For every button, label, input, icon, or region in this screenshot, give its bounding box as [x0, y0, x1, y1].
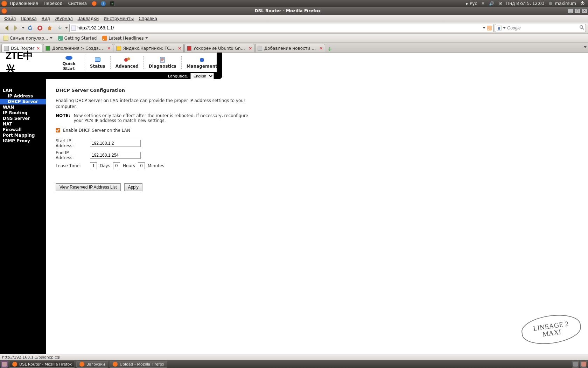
tab-close-icon[interactable]: ✕	[107, 46, 111, 51]
mail-icon[interactable]: ✉	[496, 1, 504, 6]
rnav-management[interactable]: Management	[182, 56, 222, 69]
clock[interactable]: Пнд Июл 5, 12:03	[504, 1, 546, 6]
end-ip-input[interactable]	[90, 152, 141, 159]
rnav-quickstart[interactable]: Quick Start	[54, 54, 85, 71]
network-icon[interactable]: ✕	[479, 1, 487, 6]
task-firefox-dsl[interactable]: DSL Router - Mozilla Firefox	[9, 361, 75, 368]
sidebar-item-dhcp-server[interactable]: DHCP Server	[0, 99, 46, 104]
rnav-status[interactable]: Status	[85, 56, 111, 69]
feed-icon[interactable]	[487, 26, 492, 30]
tabs-overflow-dropdown[interactable]	[584, 46, 587, 49]
menu-view[interactable]: Вид	[40, 15, 52, 22]
firefox-launcher-icon[interactable]	[90, 1, 99, 6]
tab-yandex[interactable]: Яндекс.Картинки: TCP/IP✕	[114, 44, 184, 52]
system-top-bar: Приложения Переход Система ? ∿ ▸ Рус ✕ 🔊…	[0, 0, 588, 7]
note-block: NOTE: New settings only take effect afte…	[56, 113, 256, 123]
home-button[interactable]	[46, 24, 54, 32]
downloads-dropdown[interactable]	[65, 27, 68, 30]
router-content: DHCP Server Configuration Enabling DHCP …	[46, 53, 263, 354]
nav-history-dropdown[interactable]	[22, 27, 24, 30]
trash-icon	[581, 362, 586, 367]
search-go-icon[interactable]	[579, 25, 584, 31]
power-icon[interactable]: ⏻	[578, 1, 587, 6]
svg-rect-7	[160, 57, 164, 62]
window-titlebar: DSL Router - Mozilla Firefox _ ▢ ✕	[0, 7, 588, 15]
user-menu[interactable]: maximum	[547, 1, 578, 6]
sidebar-item-ip-routing[interactable]: IP Routing	[0, 110, 46, 116]
url-bar[interactable]	[69, 24, 493, 32]
tab-news-add[interactable]: Добавление новости » Li...✕	[255, 44, 325, 52]
help-icon[interactable]: ?	[99, 1, 108, 6]
keyboard-layout-indicator[interactable]: ▸ Рус	[464, 1, 479, 6]
apply-button[interactable]: Apply	[124, 183, 142, 191]
sidebar-item-lan[interactable]: LAN	[0, 88, 46, 93]
search-engine-icon[interactable]: g	[497, 26, 502, 30]
menu-file[interactable]: Файл	[2, 15, 18, 22]
tab-ubuntu-speed[interactable]: Ускорение Ubuntu Gnome...✕	[184, 44, 254, 52]
language-select[interactable]: English	[190, 73, 214, 79]
end-ip-label: End IP Address:	[56, 150, 87, 160]
task-firefox-upload[interactable]: Upload - Mozilla Firefox	[110, 361, 167, 368]
minimize-button[interactable]: _	[568, 8, 573, 13]
reload-button[interactable]	[26, 24, 34, 32]
lease-hours-input[interactable]	[113, 162, 120, 169]
back-button[interactable]	[2, 24, 10, 32]
volume-icon[interactable]: 🔊	[487, 1, 496, 6]
forward-button[interactable]	[12, 24, 20, 32]
maximize-button[interactable]: ▢	[575, 8, 580, 13]
lease-minutes-input[interactable]	[138, 162, 145, 169]
search-input[interactable]	[507, 26, 578, 30]
sidebar-item-port-mapping[interactable]: Port Mapping	[0, 132, 46, 138]
url-input[interactable]	[77, 25, 481, 30]
show-desktop-button[interactable]	[1, 361, 8, 368]
menu-tools[interactable]: Инструменты	[102, 15, 136, 22]
bookmark-headlines[interactable]: Latest Headlines	[101, 35, 149, 41]
rnav-diagnostics[interactable]: Diagnostics	[144, 56, 182, 69]
workspace-switcher[interactable]	[572, 361, 579, 368]
firefox-statusbar: http://192.168.1.1/psidhcp.cgi	[0, 354, 588, 360]
tab-close-icon[interactable]: ✕	[248, 46, 252, 51]
reload-icon	[27, 25, 33, 31]
menu-edit[interactable]: Правка	[19, 15, 39, 22]
sidebar-item-nat[interactable]: NAT	[0, 121, 46, 127]
enable-dhcp-checkbox[interactable]	[56, 128, 60, 132]
menu-bookmarks[interactable]: Закладки	[76, 15, 101, 22]
header-edge	[217, 53, 222, 79]
rnav-advanced[interactable]: Advanced	[111, 56, 144, 69]
sys-menu-places[interactable]: Переход	[41, 1, 65, 6]
trash-button[interactable]	[580, 361, 587, 368]
site-identity-icon[interactable]	[71, 26, 76, 30]
svg-point-6	[127, 57, 130, 60]
stop-button[interactable]	[36, 24, 44, 32]
view-reserved-button[interactable]: View Reserved IP Address List	[56, 183, 121, 191]
arrow-left-icon	[2, 25, 8, 31]
sidebar-item-dns-server[interactable]: DNS Server	[0, 116, 46, 121]
lease-days-input[interactable]	[90, 162, 97, 169]
downloads-button[interactable]	[55, 24, 64, 32]
menu-help[interactable]: Справка	[136, 15, 159, 22]
task-downloads[interactable]: Загрузки	[76, 361, 108, 368]
sidebar-item-firewall[interactable]: Firewall	[0, 127, 46, 132]
sidebar-item-igmp-proxy[interactable]: IGMP Proxy	[0, 138, 46, 144]
svg-point-2	[65, 56, 72, 60]
new-tab-button[interactable]: +	[326, 45, 334, 52]
url-dropdown[interactable]	[483, 27, 485, 30]
tab-close-icon[interactable]: ✕	[319, 46, 323, 51]
bookmark-getting-started[interactable]: Getting Started	[57, 35, 98, 41]
search-engine-dropdown[interactable]	[503, 27, 506, 30]
sysmon-icon[interactable]: ∿	[108, 1, 117, 6]
close-button[interactable]: ✕	[582, 8, 587, 13]
tab-addons[interactable]: Дополнения > Создание...✕	[43, 44, 113, 52]
sys-menu-apps[interactable]: Приложения	[7, 1, 41, 6]
bookmark-popular[interactable]: Самые популяр...	[2, 35, 54, 41]
start-ip-input[interactable]	[90, 140, 141, 147]
days-text: Days	[100, 163, 110, 168]
sidebar-item-wan[interactable]: WAN	[0, 104, 46, 110]
sidebar-item-ip-address[interactable]: IP Address	[0, 93, 46, 99]
search-bar[interactable]: g	[495, 24, 586, 32]
clipboard-icon	[159, 57, 166, 63]
menu-history[interactable]: Журнал	[53, 15, 75, 22]
tab-close-icon[interactable]: ✕	[178, 46, 181, 51]
sys-menu-system[interactable]: Система	[65, 1, 90, 6]
start-ip-label: Start IP Address:	[56, 138, 87, 148]
